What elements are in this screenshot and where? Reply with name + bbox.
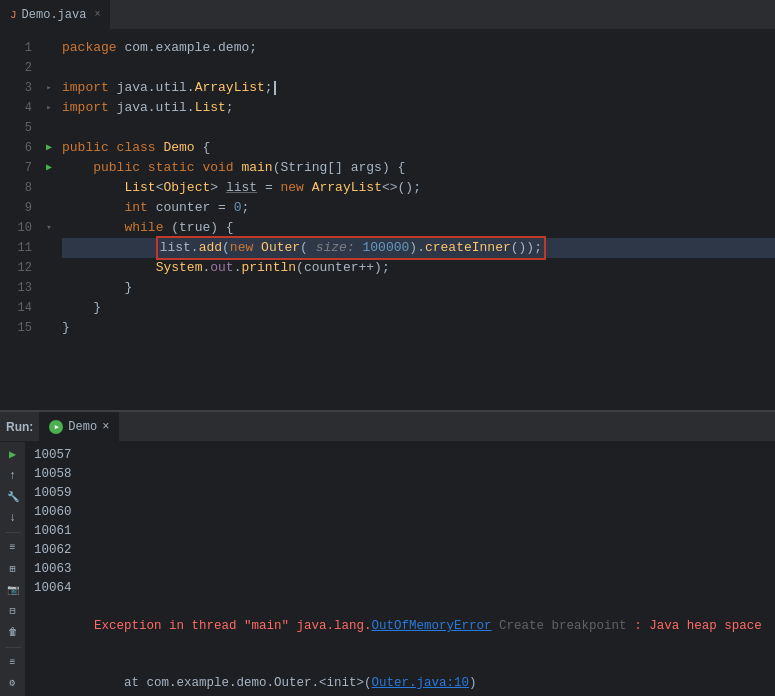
gutter-10: ▾ [40,218,58,238]
gutter-4: ▸ [40,98,58,118]
tab-close-button[interactable]: × [94,9,100,20]
filter-button[interactable]: ≡ [3,654,23,671]
tab-bar: J Demo.java × [0,0,775,30]
oom-error-link[interactable]: OutOfMemoryError [372,619,492,633]
output-line-10058: 10058 [34,465,767,484]
code-editor: 1 2 3 4 5 6 7 8 9 10 11 12 13 14 15 ▸ ▸ … [0,30,775,410]
output-line-10059: 10059 [34,484,767,503]
code-line-8: List<Object> list = new ArrayList<>(); [62,178,775,198]
code-content: package com.example.demo; import java.ut… [58,30,775,410]
delete-button[interactable]: 🗑 [3,624,23,641]
code-line-9: int counter = 0; [62,198,775,218]
output-line-10064: 10064 [34,579,767,598]
gutter-3: ▸ [40,78,58,98]
code-line-13: } [62,278,775,298]
output-line-10060: 10060 [34,503,767,522]
code-line-5 [62,118,775,138]
code-line-3: import java.util.ArrayList; [62,78,775,98]
gutter-6[interactable]: ▶ [40,138,58,158]
run-button[interactable]: ▶ [3,446,23,463]
run-toolbar: ▶ ↑ 🔧 ↓ ≡ ⊞ 📷 ⊟ 🗑 ≡ ⚙ [0,442,26,696]
code-line-14: } [62,298,775,318]
tab-filename: Demo.java [22,8,87,22]
run-output: 10057 10058 10059 10060 10061 10062 1006… [26,442,775,696]
run-tab-icon [49,420,63,434]
code-line-6: public class Demo { [62,138,775,158]
collapse-button[interactable]: ⊟ [3,603,23,620]
code-line-4: import java.util.List; [62,98,775,118]
gutter-1 [40,38,58,58]
code-line-2 [62,58,775,78]
camera-button[interactable]: 📷 [3,582,23,599]
fold-icon-10[interactable]: ▾ [46,218,51,238]
gutter-12 [40,258,58,278]
stack-1-prefix: at com.example.demo.Outer.<init>( [94,676,372,690]
code-line-11: list.add(new Outer( size: 100000).create… [62,238,775,258]
output-line-10063: 10063 [34,560,767,579]
run-panel: Run: Demo × ▶ ↑ 🔧 ↓ ≡ ⊞ 📷 ⊟ 🗑 ≡ ⚙ 10057 … [0,410,775,696]
toolbar-separator-2 [5,647,21,648]
pin-button[interactable]: ⊞ [3,560,23,577]
gutter-9 [40,198,58,218]
scroll-up-button[interactable]: ↑ [3,467,23,484]
run-arrow-7[interactable]: ▶ [46,158,52,178]
scroll-down-button[interactable]: ↓ [3,509,23,526]
exception-line: Exception in thread "main" java.lang.Out… [34,598,767,655]
output-line-10061: 10061 [34,522,767,541]
code-line-15: } [62,318,775,338]
exception-text: Exception in thread "main" java.lang.Out… [94,619,492,633]
gutter-7[interactable]: ▶ [40,158,58,178]
gutter-13 [40,278,58,298]
run-tab-name: Demo [68,420,97,434]
settings-button[interactable]: 🔧 [3,488,23,505]
run-label: Run: [6,420,33,434]
output-line-10062: 10062 [34,541,767,560]
run-tab-close[interactable]: × [102,420,109,434]
gutter-5 [40,118,58,138]
code-line-1: package com.example.demo; [62,38,775,58]
fold-icon-3[interactable]: ▸ [46,78,51,98]
create-breakpoint-link[interactable]: Create breakpoint [492,619,627,633]
stack-trace-1: at com.example.demo.Outer.<init>(Outer.j… [34,655,767,696]
outer-java-link[interactable]: Outer.java:10 [372,676,470,690]
gutter-15 [40,318,58,338]
run-body: ▶ ↑ 🔧 ↓ ≡ ⊞ 📷 ⊟ 🗑 ≡ ⚙ 10057 10058 10059 … [0,442,775,696]
code-line-10: while (true) { [62,218,775,238]
gutter-2 [40,58,58,78]
layout-button[interactable]: ≡ [3,539,23,556]
editor-gutter: ▸ ▸ ▶ ▶ ▾ [40,30,58,410]
code-line-7: public static void main(String[] args) { [62,158,775,178]
line-numbers: 1 2 3 4 5 6 7 8 9 10 11 12 13 14 15 [0,30,40,410]
more-button[interactable]: ⚙ [3,675,23,692]
gutter-14 [40,298,58,318]
gutter-11 [40,238,58,258]
run-tab-bar: Run: Demo × [0,412,775,442]
toolbar-separator-1 [5,532,21,533]
stack-1-suffix: ) [469,676,477,690]
editor-tab[interactable]: J Demo.java × [0,0,111,30]
java-file-icon: J [10,9,17,21]
run-tab[interactable]: Demo × [39,412,119,442]
fold-icon-4[interactable]: ▸ [46,98,51,118]
run-arrow-6[interactable]: ▶ [46,138,52,158]
error-suffix: : Java heap space [627,619,762,633]
code-line-12: System.out.println(counter++); [62,258,775,278]
gutter-8 [40,178,58,198]
output-line-10057: 10057 [34,446,767,465]
